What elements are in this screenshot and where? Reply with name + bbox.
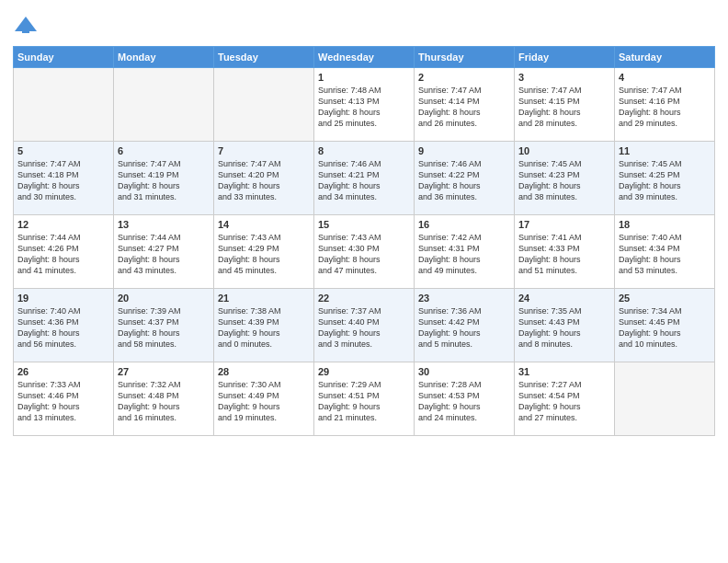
week-row-5: 26Sunrise: 7:33 AM Sunset: 4:46 PM Dayli… [14,362,715,436]
day-info: Sunrise: 7:47 AM Sunset: 4:15 PM Dayligh… [518,85,610,130]
day-info: Sunrise: 7:40 AM Sunset: 4:34 PM Dayligh… [619,232,711,277]
day-number: 23 [418,293,510,304]
week-row-1: 1Sunrise: 7:48 AM Sunset: 4:13 PM Daylig… [14,68,715,142]
day-number: 3 [518,72,610,83]
weekday-friday: Friday [515,47,615,68]
week-row-3: 12Sunrise: 7:44 AM Sunset: 4:26 PM Dayli… [14,215,715,289]
weekday-sunday: Sunday [14,47,114,68]
day-number: 7 [218,145,310,156]
day-number: 26 [17,366,109,377]
calendar-table: SundayMondayTuesdayWednesdayThursdayFrid… [13,46,715,436]
day-number: 29 [318,366,410,377]
day-info: Sunrise: 7:44 AM Sunset: 4:26 PM Dayligh… [17,232,109,277]
day-info: Sunrise: 7:33 AM Sunset: 4:46 PM Dayligh… [17,379,109,424]
day-number: 28 [218,366,310,377]
day-number: 10 [518,145,610,156]
weekday-monday: Monday [114,47,214,68]
header [13,9,715,39]
day-number: 22 [318,293,410,304]
day-info: Sunrise: 7:27 AM Sunset: 4:54 PM Dayligh… [518,379,610,424]
day-info: Sunrise: 7:43 AM Sunset: 4:29 PM Dayligh… [218,232,310,277]
day-number: 9 [418,145,510,156]
day-info: Sunrise: 7:35 AM Sunset: 4:43 PM Dayligh… [518,305,610,350]
calendar-cell: 14Sunrise: 7:43 AM Sunset: 4:29 PM Dayli… [214,215,314,289]
day-number: 16 [418,219,510,230]
day-info: Sunrise: 7:47 AM Sunset: 4:18 PM Dayligh… [17,158,109,203]
calendar-cell: 21Sunrise: 7:38 AM Sunset: 4:39 PM Dayli… [214,289,314,362]
day-info: Sunrise: 7:47 AM Sunset: 4:19 PM Dayligh… [118,158,210,203]
day-number: 27 [118,366,210,377]
day-number: 18 [619,219,711,230]
day-info: Sunrise: 7:34 AM Sunset: 4:45 PM Dayligh… [619,305,711,350]
calendar-cell: 10Sunrise: 7:45 AM Sunset: 4:23 PM Dayli… [515,142,615,215]
day-info: Sunrise: 7:44 AM Sunset: 4:27 PM Dayligh… [118,232,210,277]
calendar-cell: 29Sunrise: 7:29 AM Sunset: 4:51 PM Dayli… [314,362,415,436]
week-row-2: 5Sunrise: 7:47 AM Sunset: 4:18 PM Daylig… [14,142,715,215]
calendar-cell: 16Sunrise: 7:42 AM Sunset: 4:31 PM Dayli… [415,215,515,289]
logo [13,13,42,39]
day-number: 15 [318,219,410,230]
calendar-cell: 31Sunrise: 7:27 AM Sunset: 4:54 PM Dayli… [515,362,615,436]
day-info: Sunrise: 7:48 AM Sunset: 4:13 PM Dayligh… [318,85,410,130]
day-number: 11 [619,145,711,156]
svg-rect-2 [22,26,29,33]
calendar-cell: 30Sunrise: 7:28 AM Sunset: 4:53 PM Dayli… [415,362,515,436]
day-info: Sunrise: 7:43 AM Sunset: 4:30 PM Dayligh… [318,232,410,277]
day-number: 30 [418,366,510,377]
day-info: Sunrise: 7:30 AM Sunset: 4:49 PM Dayligh… [218,379,310,424]
day-info: Sunrise: 7:42 AM Sunset: 4:31 PM Dayligh… [418,232,510,277]
calendar-cell: 4Sunrise: 7:47 AM Sunset: 4:16 PM Daylig… [615,68,715,142]
day-number: 2 [418,72,510,83]
day-number: 24 [518,293,610,304]
day-info: Sunrise: 7:47 AM Sunset: 4:14 PM Dayligh… [418,85,510,130]
day-number: 20 [118,293,210,304]
logo-icon [13,13,39,39]
calendar-cell [615,362,715,436]
calendar-cell: 3Sunrise: 7:47 AM Sunset: 4:15 PM Daylig… [515,68,615,142]
day-number: 12 [17,219,109,230]
day-info: Sunrise: 7:45 AM Sunset: 4:25 PM Dayligh… [619,158,711,203]
day-info: Sunrise: 7:37 AM Sunset: 4:40 PM Dayligh… [318,305,410,350]
weekday-wednesday: Wednesday [314,47,415,68]
calendar-cell: 12Sunrise: 7:44 AM Sunset: 4:26 PM Dayli… [14,215,114,289]
calendar-cell: 1Sunrise: 7:48 AM Sunset: 4:13 PM Daylig… [314,68,415,142]
weekday-header-row: SundayMondayTuesdayWednesdayThursdayFrid… [14,47,715,68]
day-info: Sunrise: 7:40 AM Sunset: 4:36 PM Dayligh… [17,305,109,350]
day-info: Sunrise: 7:41 AM Sunset: 4:33 PM Dayligh… [518,232,610,277]
day-number: 6 [118,145,210,156]
calendar-cell: 2Sunrise: 7:47 AM Sunset: 4:14 PM Daylig… [415,68,515,142]
calendar-cell [114,68,214,142]
calendar-cell: 26Sunrise: 7:33 AM Sunset: 4:46 PM Dayli… [14,362,114,436]
calendar-cell: 9Sunrise: 7:46 AM Sunset: 4:22 PM Daylig… [415,142,515,215]
day-info: Sunrise: 7:47 AM Sunset: 4:20 PM Dayligh… [218,158,310,203]
calendar-cell: 28Sunrise: 7:30 AM Sunset: 4:49 PM Dayli… [214,362,314,436]
calendar-cell: 27Sunrise: 7:32 AM Sunset: 4:48 PM Dayli… [114,362,214,436]
day-number: 5 [17,145,109,156]
day-info: Sunrise: 7:46 AM Sunset: 4:21 PM Dayligh… [318,158,410,203]
day-number: 13 [118,219,210,230]
day-number: 21 [218,293,310,304]
calendar-cell: 13Sunrise: 7:44 AM Sunset: 4:27 PM Dayli… [114,215,214,289]
day-info: Sunrise: 7:38 AM Sunset: 4:39 PM Dayligh… [218,305,310,350]
calendar-cell: 20Sunrise: 7:39 AM Sunset: 4:37 PM Dayli… [114,289,214,362]
calendar-cell: 19Sunrise: 7:40 AM Sunset: 4:36 PM Dayli… [14,289,114,362]
day-info: Sunrise: 7:46 AM Sunset: 4:22 PM Dayligh… [418,158,510,203]
calendar-cell [214,68,314,142]
calendar-cell: 25Sunrise: 7:34 AM Sunset: 4:45 PM Dayli… [615,289,715,362]
day-number: 1 [318,72,410,83]
day-number: 31 [518,366,610,377]
day-info: Sunrise: 7:45 AM Sunset: 4:23 PM Dayligh… [518,158,610,203]
calendar-cell: 23Sunrise: 7:36 AM Sunset: 4:42 PM Dayli… [415,289,515,362]
day-number: 17 [518,219,610,230]
calendar-cell: 7Sunrise: 7:47 AM Sunset: 4:20 PM Daylig… [214,142,314,215]
calendar-cell [14,68,114,142]
weekday-saturday: Saturday [615,47,715,68]
calendar-cell: 11Sunrise: 7:45 AM Sunset: 4:25 PM Dayli… [615,142,715,215]
day-number: 25 [619,293,711,304]
calendar-container: SundayMondayTuesdayWednesdayThursdayFrid… [0,0,728,563]
calendar-cell: 8Sunrise: 7:46 AM Sunset: 4:21 PM Daylig… [314,142,415,215]
day-number: 8 [318,145,410,156]
day-info: Sunrise: 7:28 AM Sunset: 4:53 PM Dayligh… [418,379,510,424]
day-info: Sunrise: 7:36 AM Sunset: 4:42 PM Dayligh… [418,305,510,350]
calendar-cell: 22Sunrise: 7:37 AM Sunset: 4:40 PM Dayli… [314,289,415,362]
